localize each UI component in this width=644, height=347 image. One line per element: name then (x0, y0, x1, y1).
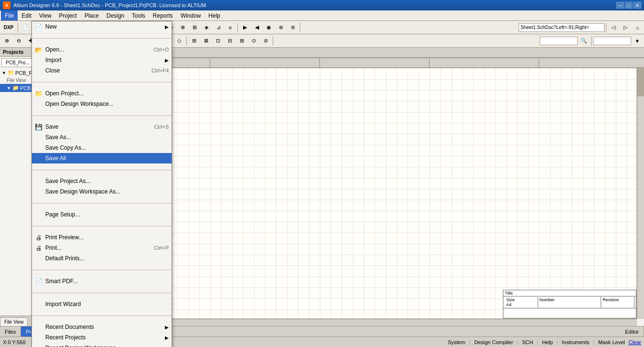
save-all-label: Save All (45, 155, 169, 162)
t2-btn-19[interactable]: ⊟ (224, 36, 235, 46)
dxp-button[interactable]: DXP (1, 22, 16, 33)
menu-item-save[interactable]: 💾 Save Ctrl+S (32, 122, 172, 132)
t2-btn-22[interactable]: ⊘ (260, 36, 271, 46)
t2-btn-2[interactable]: ⊖ (13, 36, 24, 46)
close-button[interactable]: ✕ (634, 2, 641, 9)
menu-project[interactable]: Project (55, 10, 81, 20)
t2-btn-1[interactable]: ⊕ (1, 36, 12, 46)
menu-item-print-preview[interactable]: 🖨 Print Preview... (32, 232, 172, 243)
new-file-button[interactable]: 📄 (20, 22, 31, 33)
new-arrow: ▶ (165, 24, 169, 30)
bottom-tab-editor[interactable]: Editor (620, 327, 644, 337)
toolbar-btn-14[interactable]: ◀ (251, 22, 263, 33)
toolbar-btn-nav-home[interactable]: ⌂ (632, 22, 643, 33)
menu-item-import-wizard[interactable]: Import Wizard (32, 299, 172, 309)
horizontal-scrollbar[interactable] (100, 319, 637, 326)
toolbar-btn-8[interactable]: ⊗ (177, 22, 188, 33)
v-scroll-thumb[interactable] (637, 68, 644, 96)
menu-item-import[interactable]: Import ▶ (32, 55, 172, 65)
menu-item-page-setup[interactable]: Page Setup... (32, 209, 172, 220)
clear-btn[interactable]: Clear (629, 339, 641, 345)
save-as-icon (34, 133, 43, 142)
sep-7 (32, 265, 172, 275)
menu-item-save-copy-as[interactable]: Save Copy As... (32, 143, 172, 153)
t2-sep-5 (591, 36, 592, 46)
menu-tools[interactable]: Tools (128, 10, 149, 20)
clear-label: Clear (629, 339, 641, 345)
menu-item-open-project[interactable]: 📁 Open Project... (32, 88, 172, 99)
toolbar-btn-10[interactable]: ◈ (201, 22, 212, 33)
toolbar-btn-nav-back[interactable]: ◁ (608, 22, 619, 33)
bottom-tab-files[interactable]: Files (0, 327, 21, 337)
t2-search-btn[interactable]: 🔍 (578, 36, 590, 46)
sheet-info-input[interactable] (519, 23, 604, 32)
instruments-btn[interactable]: Instruments (562, 339, 589, 345)
compiler-btn[interactable]: Design Compiler (474, 339, 513, 345)
separator-8 (300, 23, 300, 32)
file-view-tab[interactable]: File View (0, 317, 28, 326)
toolbar-btn-16[interactable]: ⊛ (275, 22, 286, 33)
recent-projects-arrow: ▶ (165, 335, 169, 340)
t2-btn-15[interactable]: ◇ (174, 36, 185, 46)
toolbar-btn-13[interactable]: ▶ (239, 22, 251, 33)
menu-item-smart-pdf[interactable]: 📄 Smart PDF... (32, 276, 172, 286)
system-btn[interactable]: System (448, 339, 465, 345)
help-btn[interactable]: Help (542, 339, 553, 345)
sch-btn[interactable]: SCH (522, 339, 533, 345)
filter-input[interactable] (593, 37, 631, 45)
recent-workspaces-icon (34, 343, 43, 347)
menu-help[interactable]: Help (204, 10, 224, 20)
toolbar-btn-12[interactable]: ≡ (225, 22, 236, 33)
import-wizard-icon (34, 299, 43, 309)
menu-reports[interactable]: Reports (149, 10, 177, 20)
menu-place[interactable]: Place (81, 10, 102, 20)
minimize-button[interactable]: ─ (616, 2, 624, 9)
toolbar-btn-9[interactable]: ⊞ (189, 22, 200, 33)
toolbar-btn-11[interactable]: ⊿ (213, 22, 224, 33)
menu-file[interactable]: File (1, 10, 18, 20)
maximize-button[interactable]: □ (625, 2, 633, 9)
t2-btn-20[interactable]: ⊞ (236, 36, 247, 46)
menu-design[interactable]: Design (102, 10, 128, 20)
t2-filter-btn[interactable]: ▼ (632, 36, 643, 46)
toolbar-btn-17[interactable]: ⊜ (287, 22, 298, 33)
number-label: Number (540, 297, 600, 302)
t2-btn-17[interactable]: ⊠ (200, 36, 212, 46)
separator-9 (606, 23, 606, 32)
t2-btn-21[interactable]: ⊙ (248, 36, 259, 46)
sep-5 (32, 198, 172, 208)
save-project-label: Save Project As... (45, 178, 169, 184)
component-search-input[interactable] (540, 37, 578, 45)
save-workspace-icon (34, 187, 43, 196)
menu-item-recent-workspaces[interactable]: Recent Design Workspaces ▶ (32, 343, 172, 347)
title-block-title-label: Title (505, 291, 513, 296)
menu-item-close[interactable]: Close Ctrl+F4 (32, 65, 172, 76)
menu-item-recent-documents[interactable]: Recent Documents ▶ (32, 322, 172, 332)
menu-edit[interactable]: Edit (18, 10, 35, 20)
menu-item-recent-projects[interactable]: Recent Projects ▶ (32, 332, 172, 343)
window-controls[interactable]: ─ □ ✕ (616, 2, 641, 9)
menu-item-print[interactable]: 🖨 Print... Ctrl+P (32, 243, 172, 253)
t2-btn-18[interactable]: ⊡ (212, 36, 224, 46)
print-icon: 🖨 (34, 243, 43, 253)
expand-icon: ▼ (2, 71, 7, 75)
menu-item-default-prints[interactable]: Default Prints... (32, 253, 172, 264)
toolbar-btn-nav-fwd[interactable]: ▷ (620, 22, 631, 33)
menu-item-save-project-as[interactable]: Save Project As... (32, 176, 172, 186)
toolbar-btn-15[interactable]: ◉ (263, 22, 275, 33)
t2-btn-16[interactable]: ⊞ (188, 36, 200, 46)
menu-item-save-as[interactable]: Save As... (32, 132, 172, 143)
sep-9 (32, 310, 172, 321)
vertical-scrollbar[interactable] (637, 68, 644, 319)
menu-item-new[interactable]: 📄 New ▶ (32, 21, 172, 32)
menu-window[interactable]: Window (177, 10, 205, 20)
menu-item-save-all[interactable]: Save All (32, 153, 172, 163)
menu-view[interactable]: View (35, 10, 55, 20)
menu-item-open[interactable]: 📂 Open... Ctrl+O (32, 44, 172, 55)
window-title: Altium Designer 6.9 - Sheet1.SchDoc - PC… (13, 2, 206, 8)
menu-item-open-workspace[interactable]: Open Design Workspace... (32, 99, 172, 109)
menu-item-save-design-workspace[interactable]: Save Design Workspace As... (32, 186, 172, 197)
sep-4 (32, 164, 172, 175)
folder-icon: 📁 (8, 70, 14, 76)
sep-5: | (593, 339, 594, 345)
